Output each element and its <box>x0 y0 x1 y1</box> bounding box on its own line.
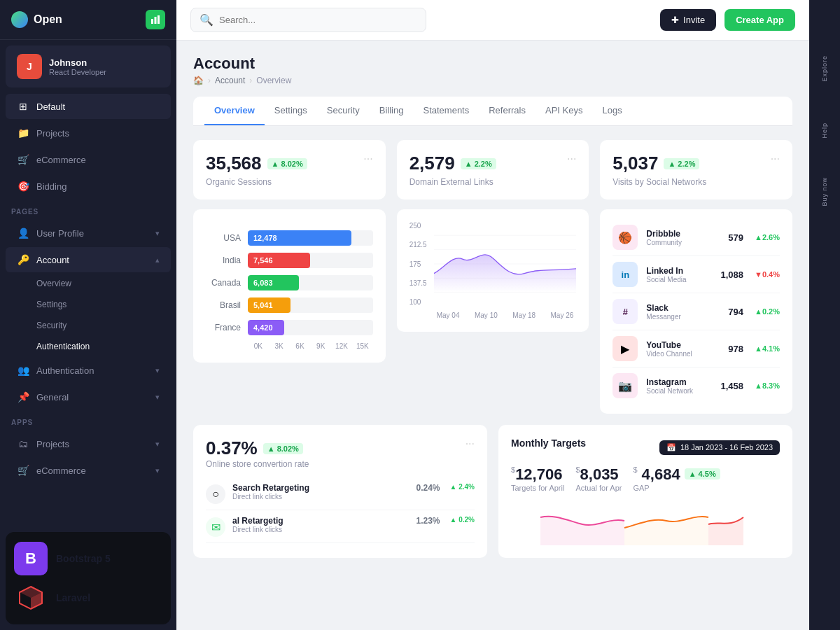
youtube-logo: ▶ <box>612 336 638 361</box>
create-app-button[interactable]: Create App <box>724 9 795 31</box>
search-input[interactable] <box>219 15 417 25</box>
sidebar-subitem-authentication[interactable]: Authentication <box>6 337 171 356</box>
mini-chart <box>511 503 780 545</box>
tab-overview[interactable]: Overview <box>204 97 265 125</box>
social-item-linkedin: in Linked In Social Media 1,088 ▼0.4% <box>612 256 780 293</box>
tab-statements[interactable]: Statements <box>413 97 479 125</box>
user-profile-card[interactable]: J Johnson React Developer <box>6 46 171 88</box>
plus-icon: ✚ <box>671 15 679 25</box>
retarget-title-1: Search Retargeting <box>232 483 410 493</box>
retarget-change-1: ▲ 2.4% <box>450 483 475 491</box>
nav-ecommerce-app-label: eCommerce <box>36 465 148 476</box>
sidebar-item-projects[interactable]: 📁 Projects <box>6 120 171 146</box>
social-item-dribbble: 🏀 Dribbble Community 579 ▲2.6% <box>612 219 780 256</box>
social-item-instagram: 📷 Instagram Social Network 1,458 ▲8.3% <box>612 368 780 404</box>
tab-referrals[interactable]: Referrals <box>479 97 536 125</box>
more-icon[interactable]: ··· <box>363 153 372 165</box>
sidebar-item-ecommerce-app[interactable]: 🛒 eCommerce ▾ <box>6 458 171 483</box>
laravel-card: Laravel <box>14 581 162 615</box>
chevron-down-icon-3: ▾ <box>155 393 160 402</box>
youtube-change: ▲4.1% <box>755 344 780 353</box>
slack-name: Slack <box>646 303 720 313</box>
logo-icon <box>11 11 28 28</box>
breadcrumb-current: Overview <box>256 76 291 85</box>
sidebar-subitem-overview[interactable]: Overview <box>6 274 171 293</box>
targets-value: 12,706 <box>515 465 562 484</box>
dribbble-change: ▲2.6% <box>755 233 780 241</box>
help-button[interactable]: Help <box>813 102 836 158</box>
social-badge: ▲ 2.2% <box>664 158 699 169</box>
tab-security[interactable]: Security <box>317 97 370 125</box>
search-icon: 🔍 <box>200 13 214 27</box>
bootstrap-name: Bootstrap 5 <box>56 553 111 564</box>
retarget-icon-2: ✉ <box>206 517 225 537</box>
chevron-up-icon: ▴ <box>155 255 160 265</box>
conversion-card: 0.37% ▲ 8.02% Online store convertion ra… <box>193 425 487 558</box>
sidebar-subitem-settings[interactable]: Settings <box>6 295 171 314</box>
tab-logs[interactable]: Logs <box>592 97 631 125</box>
dribbble-logo: 🏀 <box>612 225 638 250</box>
laravel-name: Laravel <box>56 592 90 603</box>
linkedin-change: ▼0.4% <box>755 270 780 279</box>
targets-row: $ 12,706 Targets for April $ 8,035 Actua… <box>511 465 780 492</box>
tab-billing[interactable]: Billing <box>370 97 414 125</box>
sidebar-item-default[interactable]: ⊞ Default <box>6 94 171 119</box>
general-icon: 📌 <box>17 391 29 403</box>
instagram-name: Instagram <box>646 377 712 387</box>
slack-type: Messanger <box>646 313 720 321</box>
sidebar-subitem-security[interactable]: Security <box>6 316 171 335</box>
explore-button[interactable]: Explore <box>813 41 836 97</box>
home-icon[interactable]: 🏠 <box>193 76 204 85</box>
auth-icon: 👥 <box>17 364 29 377</box>
buy-now-button[interactable]: Buy now <box>813 164 836 220</box>
search-box[interactable]: 🔍 <box>190 8 426 32</box>
cart-icon: 🛒 <box>17 153 29 166</box>
target-item-actual: $ 8,035 Actual for Apr <box>575 465 622 492</box>
sidebar-item-bidding[interactable]: 🎯 Bidding <box>6 174 171 199</box>
bootstrap-card: B Bootstrap 5 <box>14 542 162 575</box>
sidebar-item-user-profile[interactable]: 👤 User Profile ▾ <box>6 220 171 246</box>
more-icon-2[interactable]: ··· <box>567 153 576 165</box>
sessions-label: Organic Sessions <box>206 177 307 187</box>
sidebar-item-ecommerce[interactable]: 🛒 eCommerce <box>6 147 171 172</box>
links-badge: ▲ 2.2% <box>461 158 496 169</box>
instagram-logo: 📷 <box>612 373 638 398</box>
sidebar-item-account[interactable]: 🔑 Account ▴ <box>6 247 171 272</box>
instagram-change: ▲8.3% <box>755 382 780 390</box>
avatar: J <box>17 54 42 79</box>
sessions-value: 35,568 ▲ 8.02% <box>206 153 307 174</box>
sessions-badge: ▲ 8.02% <box>267 158 307 169</box>
social-item-youtube: ▶ YouTube Video Channel 978 ▲4.1% <box>612 330 780 368</box>
ecommerce-app-icon: 🛒 <box>17 464 29 477</box>
content-area: 🔍 ✚ Invite Create App Account 🏠 › Accoun… <box>176 0 809 630</box>
sidebar-item-general[interactable]: 📌 General ▾ <box>6 384 171 410</box>
slack-logo: # <box>612 299 638 324</box>
invite-label: Invite <box>683 15 705 25</box>
analytics-icon-btn[interactable] <box>146 10 165 29</box>
invite-button[interactable]: ✚ Invite <box>660 9 716 31</box>
sidebar-item-authentication[interactable]: 👥 Authentication ▾ <box>6 358 171 383</box>
sidebar-header: Open <box>0 0 176 40</box>
target-item-targets: $ 12,706 Targets for April <box>511 465 564 492</box>
retarget-rate-1: 0.24% <box>416 483 440 493</box>
breadcrumb-account[interactable]: Account <box>215 76 245 85</box>
tab-settings[interactable]: Settings <box>265 97 317 125</box>
laravel-icon <box>14 581 48 615</box>
social-item-slack: # Slack Messanger 794 ▲0.2% <box>612 293 780 330</box>
bar-row-canada: Canada 6,083 <box>206 275 373 290</box>
tab-api-keys[interactable]: API Keys <box>536 97 592 125</box>
instagram-value: 1,458 <box>720 381 743 391</box>
more-icon-4[interactable]: ··· <box>465 438 475 450</box>
retarget-desc-1: Direct link clicks <box>232 493 410 500</box>
chevron-down-icon-4: ▾ <box>155 440 160 449</box>
social-card: 🏀 Dribbble Community 579 ▲2.6% in Linked… <box>600 209 792 414</box>
user-icon: 👤 <box>17 227 29 239</box>
svg-rect-0 <box>151 19 153 24</box>
retarget-item-1: ○ Search Retargeting Direct link clicks … <box>206 477 475 510</box>
conversion-label: Online store convertion rate <box>206 459 309 469</box>
user-role: React Developer <box>49 68 160 76</box>
youtube-value: 978 <box>728 344 743 354</box>
gap-value: 4,684 <box>642 465 680 484</box>
more-icon-3[interactable]: ··· <box>771 153 780 165</box>
sidebar-item-projects-app[interactable]: 🗂 Projects ▾ <box>6 431 171 456</box>
